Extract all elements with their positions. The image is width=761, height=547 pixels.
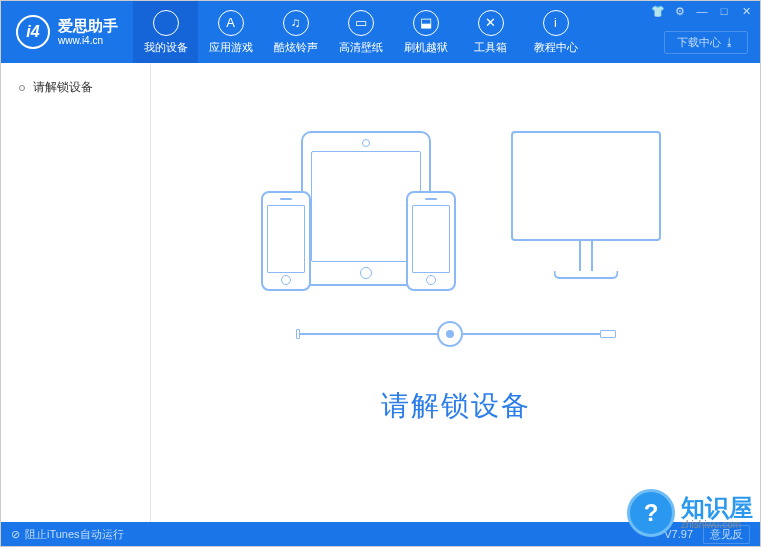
logo-icon: i4 xyxy=(16,15,50,49)
watermark-title: 知识屋 xyxy=(681,496,753,520)
body-area: 请解锁设备 xyxy=(1,63,760,522)
nav-toolbox[interactable]: ✕ 工具箱 xyxy=(458,1,523,63)
nav-ringtones[interactable]: ♫ 酷炫铃声 xyxy=(263,1,328,63)
nav-my-device[interactable]: 我的设备 xyxy=(133,1,198,63)
logo-area[interactable]: i4 爱思助手 www.i4.cn xyxy=(1,15,133,49)
main-nav: 我的设备 A 应用游戏 ♫ 酷炫铃声 ▭ 高清壁纸 ⬓ 刷机越狱 ✕ 工具箱 xyxy=(133,1,588,63)
box-icon: ⬓ xyxy=(413,10,439,36)
nav-apps-games[interactable]: A 应用游戏 xyxy=(198,1,263,63)
app-window: i4 爱思助手 www.i4.cn 我的设备 A 应用游戏 ♫ 酷炫铃声 ▭ 高… xyxy=(0,0,761,547)
info-icon: i xyxy=(543,10,569,36)
unlock-message: 请解锁设备 xyxy=(381,387,531,425)
cable-icon xyxy=(296,321,616,347)
window-controls: 👕 ⚙ — □ ✕ xyxy=(648,3,756,19)
nav-wallpapers[interactable]: ▭ 高清壁纸 xyxy=(328,1,393,63)
sidebar-item-unlock[interactable]: 请解锁设备 xyxy=(1,75,150,100)
apple-icon xyxy=(153,10,179,36)
monitor-icon xyxy=(511,131,661,291)
nav-jailbreak[interactable]: ⬓ 刷机越狱 xyxy=(393,1,458,63)
sidebar-item-label: 请解锁设备 xyxy=(33,79,93,96)
minimize-icon[interactable]: — xyxy=(692,3,712,19)
watermark-url: zhishiwu.com xyxy=(681,520,753,530)
download-center-button[interactable]: 下载中心 ⭳ xyxy=(664,31,748,54)
maximize-icon[interactable]: □ xyxy=(714,3,734,19)
settings-icon[interactable]: ⚙ xyxy=(670,3,690,19)
bell-icon: ♫ xyxy=(283,10,309,36)
bullet-icon xyxy=(19,85,25,91)
watermark-icon: ? xyxy=(627,489,675,537)
skin-icon[interactable]: 👕 xyxy=(648,3,668,19)
phone-icon xyxy=(261,191,311,291)
download-icon: ⭳ xyxy=(724,36,735,48)
content-area: 请解锁设备 xyxy=(151,63,760,522)
phone-icon xyxy=(406,191,456,291)
block-itunes-label[interactable]: 阻止iTunes自动运行 xyxy=(25,527,124,542)
tools-icon: ✕ xyxy=(478,10,504,36)
watermark: ? 知识屋 zhishiwu.com xyxy=(627,489,753,537)
device-illustration xyxy=(236,131,676,347)
nav-tutorials[interactable]: i 教程中心 xyxy=(523,1,588,63)
image-icon: ▭ xyxy=(348,10,374,36)
logo-text: 爱思助手 www.i4.cn xyxy=(58,18,118,46)
check-icon[interactable]: ⊘ xyxy=(11,528,20,541)
close-icon[interactable]: ✕ xyxy=(736,3,756,19)
titlebar: i4 爱思助手 www.i4.cn 我的设备 A 应用游戏 ♫ 酷炫铃声 ▭ 高… xyxy=(1,1,760,63)
sidebar: 请解锁设备 xyxy=(1,63,151,522)
appstore-icon: A xyxy=(218,10,244,36)
